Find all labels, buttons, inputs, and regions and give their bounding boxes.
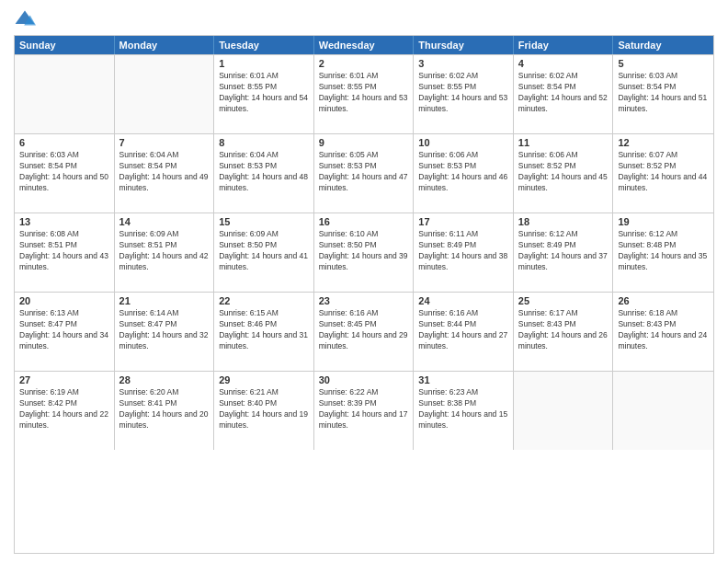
day-number: 10 <box>418 137 508 148</box>
day-number: 7 <box>119 137 210 148</box>
day-number: 28 <box>119 374 210 385</box>
cell-info: Sunrise: 6:04 AM Sunset: 8:54 PM Dayligh… <box>119 150 210 194</box>
header-day-wednesday: Wednesday <box>314 36 415 54</box>
header-day-thursday: Thursday <box>414 36 514 54</box>
week-row-0: 1Sunrise: 6:01 AM Sunset: 8:55 PM Daylig… <box>15 54 713 133</box>
cal-cell: 6Sunrise: 6:03 AM Sunset: 8:54 PM Daylig… <box>15 134 115 213</box>
week-row-1: 6Sunrise: 6:03 AM Sunset: 8:54 PM Daylig… <box>15 133 713 213</box>
header <box>14 9 714 28</box>
day-number: 21 <box>119 295 210 306</box>
cal-cell: 29Sunrise: 6:21 AM Sunset: 8:40 PM Dayli… <box>214 372 314 450</box>
day-number: 4 <box>518 58 609 69</box>
cal-cell: 20Sunrise: 6:13 AM Sunset: 8:47 PM Dayli… <box>15 293 115 371</box>
cal-cell <box>15 55 115 133</box>
cell-info: Sunrise: 6:06 AM Sunset: 8:52 PM Dayligh… <box>518 150 609 194</box>
day-number: 12 <box>618 137 709 148</box>
day-number: 16 <box>319 216 409 227</box>
day-number: 17 <box>418 216 508 227</box>
day-number: 13 <box>19 216 109 227</box>
day-number: 19 <box>618 216 709 227</box>
calendar-header: SundayMondayTuesdayWednesdayThursdayFrid… <box>15 36 713 54</box>
cal-cell: 1Sunrise: 6:01 AM Sunset: 8:55 PM Daylig… <box>214 55 314 133</box>
cal-cell: 13Sunrise: 6:08 AM Sunset: 8:51 PM Dayli… <box>15 213 115 292</box>
week-row-3: 20Sunrise: 6:13 AM Sunset: 8:47 PM Dayli… <box>15 292 713 371</box>
day-number: 31 <box>418 374 508 385</box>
cal-cell: 22Sunrise: 6:15 AM Sunset: 8:46 PM Dayli… <box>214 293 314 371</box>
day-number: 26 <box>618 295 709 306</box>
cal-cell: 25Sunrise: 6:17 AM Sunset: 8:43 PM Dayli… <box>514 293 614 371</box>
calendar-body: 1Sunrise: 6:01 AM Sunset: 8:55 PM Daylig… <box>15 54 713 450</box>
logo-icon <box>14 9 36 28</box>
logo <box>14 9 40 28</box>
cal-cell: 15Sunrise: 6:09 AM Sunset: 8:50 PM Dayli… <box>214 213 314 292</box>
cell-info: Sunrise: 6:09 AM Sunset: 8:51 PM Dayligh… <box>119 229 210 273</box>
cal-cell: 4Sunrise: 6:02 AM Sunset: 8:54 PM Daylig… <box>514 55 614 133</box>
cell-info: Sunrise: 6:17 AM Sunset: 8:43 PM Dayligh… <box>518 308 609 352</box>
cal-cell: 19Sunrise: 6:12 AM Sunset: 8:48 PM Dayli… <box>613 213 713 292</box>
cell-info: Sunrise: 6:23 AM Sunset: 8:38 PM Dayligh… <box>418 387 508 431</box>
day-number: 24 <box>418 295 508 306</box>
calendar: SundayMondayTuesdayWednesdayThursdayFrid… <box>14 35 714 554</box>
cell-info: Sunrise: 6:16 AM Sunset: 8:44 PM Dayligh… <box>418 308 508 352</box>
cell-info: Sunrise: 6:16 AM Sunset: 8:45 PM Dayligh… <box>319 308 409 352</box>
cell-info: Sunrise: 6:03 AM Sunset: 8:54 PM Dayligh… <box>19 150 109 194</box>
cell-info: Sunrise: 6:07 AM Sunset: 8:52 PM Dayligh… <box>618 150 709 194</box>
day-number: 1 <box>219 58 309 69</box>
cell-info: Sunrise: 6:21 AM Sunset: 8:40 PM Dayligh… <box>219 387 309 431</box>
cell-info: Sunrise: 6:18 AM Sunset: 8:43 PM Dayligh… <box>618 308 709 352</box>
day-number: 29 <box>219 374 309 385</box>
cal-cell <box>613 372 713 450</box>
cal-cell: 24Sunrise: 6:16 AM Sunset: 8:44 PM Dayli… <box>414 293 514 371</box>
day-number: 18 <box>518 216 609 227</box>
cal-cell: 8Sunrise: 6:04 AM Sunset: 8:53 PM Daylig… <box>214 134 314 213</box>
day-number: 22 <box>219 295 309 306</box>
day-number: 14 <box>119 216 210 227</box>
cal-cell: 18Sunrise: 6:12 AM Sunset: 8:49 PM Dayli… <box>514 213 614 292</box>
cell-info: Sunrise: 6:12 AM Sunset: 8:48 PM Dayligh… <box>618 229 709 273</box>
cal-cell <box>115 55 215 133</box>
week-row-4: 27Sunrise: 6:19 AM Sunset: 8:42 PM Dayli… <box>15 371 713 450</box>
cell-info: Sunrise: 6:02 AM Sunset: 8:54 PM Dayligh… <box>518 71 609 115</box>
cell-info: Sunrise: 6:13 AM Sunset: 8:47 PM Dayligh… <box>19 308 109 352</box>
cell-info: Sunrise: 6:15 AM Sunset: 8:46 PM Dayligh… <box>219 308 309 352</box>
day-number: 6 <box>19 137 109 148</box>
cell-info: Sunrise: 6:10 AM Sunset: 8:50 PM Dayligh… <box>319 229 409 273</box>
cell-info: Sunrise: 6:06 AM Sunset: 8:53 PM Dayligh… <box>418 150 508 194</box>
week-row-2: 13Sunrise: 6:08 AM Sunset: 8:51 PM Dayli… <box>15 213 713 292</box>
cell-info: Sunrise: 6:22 AM Sunset: 8:39 PM Dayligh… <box>319 387 409 431</box>
header-day-monday: Monday <box>115 36 215 54</box>
day-number: 23 <box>319 295 409 306</box>
cal-cell: 12Sunrise: 6:07 AM Sunset: 8:52 PM Dayli… <box>613 134 713 213</box>
cell-info: Sunrise: 6:01 AM Sunset: 8:55 PM Dayligh… <box>219 71 309 115</box>
day-number: 11 <box>518 137 609 148</box>
cal-cell: 11Sunrise: 6:06 AM Sunset: 8:52 PM Dayli… <box>514 134 614 213</box>
cell-info: Sunrise: 6:12 AM Sunset: 8:49 PM Dayligh… <box>518 229 609 273</box>
header-day-friday: Friday <box>514 36 614 54</box>
day-number: 20 <box>19 295 109 306</box>
cell-info: Sunrise: 6:08 AM Sunset: 8:51 PM Dayligh… <box>19 229 109 273</box>
cell-info: Sunrise: 6:11 AM Sunset: 8:49 PM Dayligh… <box>418 229 508 273</box>
cal-cell: 30Sunrise: 6:22 AM Sunset: 8:39 PM Dayli… <box>314 372 415 450</box>
cal-cell: 27Sunrise: 6:19 AM Sunset: 8:42 PM Dayli… <box>15 372 115 450</box>
page: SundayMondayTuesdayWednesdayThursdayFrid… <box>0 0 728 563</box>
day-number: 27 <box>19 374 109 385</box>
cal-cell: 16Sunrise: 6:10 AM Sunset: 8:50 PM Dayli… <box>314 213 415 292</box>
cal-cell: 14Sunrise: 6:09 AM Sunset: 8:51 PM Dayli… <box>115 213 215 292</box>
day-number: 15 <box>219 216 309 227</box>
cell-info: Sunrise: 6:20 AM Sunset: 8:41 PM Dayligh… <box>119 387 210 431</box>
cal-cell: 21Sunrise: 6:14 AM Sunset: 8:47 PM Dayli… <box>115 293 215 371</box>
cell-info: Sunrise: 6:04 AM Sunset: 8:53 PM Dayligh… <box>219 150 309 194</box>
cell-info: Sunrise: 6:02 AM Sunset: 8:55 PM Dayligh… <box>418 71 508 115</box>
day-number: 5 <box>618 58 709 69</box>
day-number: 9 <box>319 137 409 148</box>
day-number: 2 <box>319 58 409 69</box>
cal-cell: 3Sunrise: 6:02 AM Sunset: 8:55 PM Daylig… <box>414 55 514 133</box>
cal-cell: 26Sunrise: 6:18 AM Sunset: 8:43 PM Dayli… <box>613 293 713 371</box>
header-day-sunday: Sunday <box>15 36 115 54</box>
cal-cell: 10Sunrise: 6:06 AM Sunset: 8:53 PM Dayli… <box>414 134 514 213</box>
cell-info: Sunrise: 6:14 AM Sunset: 8:47 PM Dayligh… <box>119 308 210 352</box>
cal-cell: 5Sunrise: 6:03 AM Sunset: 8:54 PM Daylig… <box>613 55 713 133</box>
cell-info: Sunrise: 6:05 AM Sunset: 8:53 PM Dayligh… <box>319 150 409 194</box>
cal-cell: 2Sunrise: 6:01 AM Sunset: 8:55 PM Daylig… <box>314 55 415 133</box>
cal-cell: 23Sunrise: 6:16 AM Sunset: 8:45 PM Dayli… <box>314 293 415 371</box>
